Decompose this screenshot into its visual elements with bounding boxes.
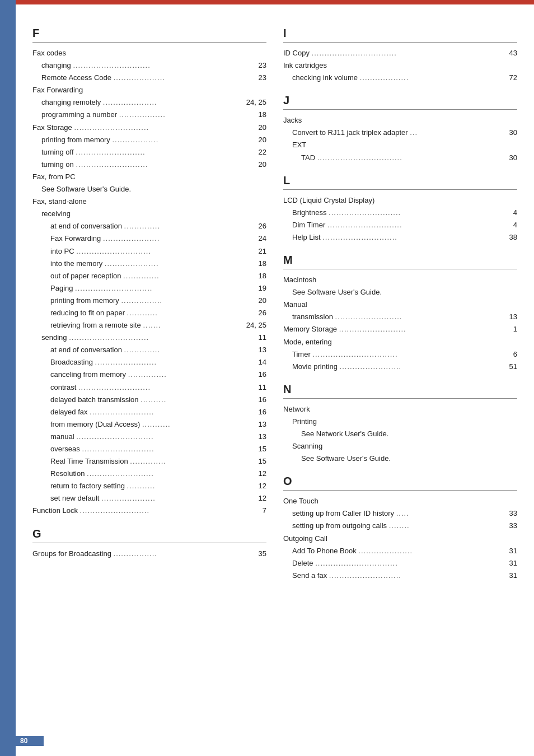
entry-label: Groups for Broadcasting ................… [32, 548, 250, 560]
entry-page: 31 [500, 570, 517, 582]
entry-label: Broadcasting ........................ [50, 356, 250, 368]
entry-page: 7 [250, 505, 266, 517]
entry-label: setting up from Caller ID history ..... [292, 507, 500, 520]
list-item: See Software User's Guide. [32, 183, 266, 195]
list-item: manual ..............................13 [32, 431, 266, 443]
section-letter-i: I [283, 27, 517, 40]
entry-page: 16 [250, 368, 266, 381]
list-item: into the memory .....................18 [32, 258, 266, 270]
section-divider [283, 398, 517, 399]
list-item: Fax codes [32, 47, 266, 59]
entry-label: Paging .............................. [50, 282, 250, 295]
list-item: See Network User's Guide. [283, 428, 517, 440]
section-letter-f: F [32, 27, 266, 40]
entry-label: Delete ................................ [292, 557, 500, 570]
entry-page: 15 [250, 443, 266, 455]
entry-page: 11 [250, 381, 266, 394]
list-item: from memory (Dual Access) ...........13 [32, 418, 266, 431]
entry-page: 38 [500, 231, 517, 244]
entry-page: 31 [500, 545, 517, 557]
entry-label: Fax Forwarding [32, 84, 266, 96]
entry-label: Send a fax ............................ [292, 570, 500, 582]
top-bar [16, 0, 534, 4]
list-item: See Software User's Guide. [283, 452, 517, 465]
list-item: into PC .............................21 [32, 245, 266, 258]
list-item: Help List .............................3… [283, 231, 517, 244]
entry-label: One Touch [283, 495, 517, 507]
list-item: Resolution ..........................12 [32, 468, 266, 480]
entry-label: printing from memory ................ [50, 295, 250, 307]
list-item: One Touch [283, 495, 517, 507]
entry-label: setting up from outgoing calls ........ [292, 520, 500, 532]
entry-label: at end of conversation .............. [50, 344, 250, 356]
list-item: Paging ..............................19 [32, 282, 266, 295]
list-item: at end of conversation ..............13 [32, 344, 266, 356]
list-item: LCD (Liquid Crystal Display) [283, 194, 517, 207]
list-item: contrast ............................11 [32, 381, 266, 394]
section-letter-g: G [32, 528, 266, 540]
entry-page: 20 [250, 295, 266, 307]
entry-page: 16 [250, 406, 266, 418]
list-item: printing from memory ................20 [32, 295, 266, 307]
list-item: Timer .................................6 [283, 348, 517, 361]
list-item: setting up from outgoing calls ........3… [283, 520, 517, 532]
entry-page: 1 [500, 323, 517, 335]
right-column: IID Copy ...............................… [283, 17, 517, 739]
list-item: delayed batch transmission ..........16 [32, 394, 266, 406]
entry-label: turning off ........................... [41, 146, 250, 158]
list-item: receiving [32, 208, 266, 220]
list-item: delayed fax .........................16 [32, 406, 266, 418]
entry-label: overseas ............................ [50, 443, 250, 455]
entry-page: 12 [250, 468, 266, 480]
list-item: Manual [283, 298, 517, 311]
entry-label: reducing to fit on paper ............ [50, 307, 250, 319]
entry-label: return to factory setting ........... [50, 480, 250, 492]
entry-label: changing remotely ..................... [41, 96, 246, 109]
entry-label: Help List ............................. [292, 231, 500, 244]
section-divider [283, 109, 517, 110]
entry-page: 24, 25 [246, 96, 266, 109]
entry-label: Ink cartridges [283, 59, 517, 72]
entry-page: 31 [500, 557, 517, 570]
left-bar [0, 0, 16, 756]
list-item: Memory Storage .........................… [283, 323, 517, 335]
list-item: checking ink volume ...................7… [283, 72, 517, 84]
list-item: setting up from Caller ID history .....3… [283, 507, 517, 520]
entry-label: retrieving from a remote site ....... [50, 319, 246, 332]
list-item: Function Lock ..........................… [32, 505, 266, 517]
entry-page: 16 [250, 394, 266, 406]
entry-label: Function Lock ..........................… [32, 505, 250, 517]
entry-label: Timer ................................. [292, 348, 500, 361]
section-divider [283, 42, 517, 43]
entry-page: 23 [250, 72, 266, 84]
section-divider [283, 490, 517, 491]
list-item: retrieving from a remote site .......24,… [32, 319, 266, 332]
list-item: Movie printing ........................5… [283, 361, 517, 373]
list-item: changing remotely .....................2… [32, 96, 266, 109]
entry-label: transmission .......................... [292, 311, 500, 323]
section-divider [32, 543, 266, 543]
list-item: TAD .................................30 [283, 152, 517, 164]
entry-label: printing from memory .................. [41, 134, 250, 146]
entry-label: Manual [283, 298, 517, 311]
entry-label: See Software User's Guide. [301, 452, 517, 465]
list-item: Fax, stand-alone [32, 195, 266, 208]
entry-page: 12 [250, 480, 266, 492]
entry-label: Remote Access Code .................... [41, 72, 250, 84]
section-divider [283, 189, 517, 190]
list-item: out of paper reception ..............18 [32, 270, 266, 282]
list-item: Dim Timer .............................4 [283, 219, 517, 231]
entry-label: Printing [292, 416, 517, 428]
entry-page: 4 [500, 219, 517, 231]
list-item: ID Copy ................................… [283, 47, 517, 59]
entry-page: 20 [250, 158, 266, 171]
entry-page: 30 [500, 127, 517, 139]
list-item: overseas ............................15 [32, 443, 266, 455]
list-item: Fax Forwarding ......................24 [32, 232, 266, 245]
page-number: 80 [16, 736, 44, 746]
list-item: Network [283, 403, 517, 416]
entry-page: 43 [500, 47, 517, 59]
list-item: transmission ..........................1… [283, 311, 517, 323]
entry-label: Outgoing Call [283, 533, 517, 545]
entry-label: from memory (Dual Access) ........... [50, 418, 250, 431]
